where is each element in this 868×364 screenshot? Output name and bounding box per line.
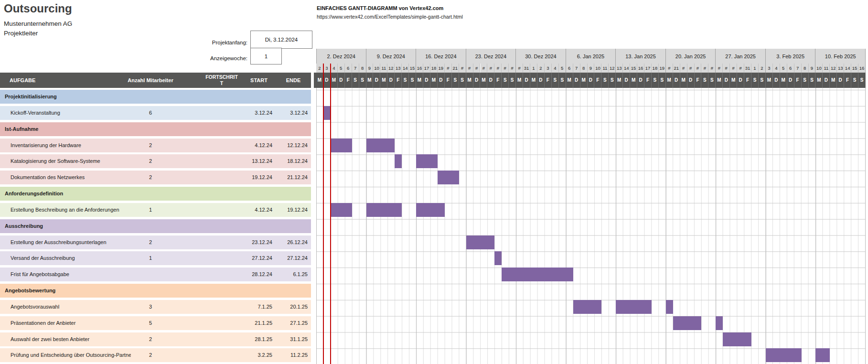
task-name-cell[interactable]: Versand der Ausschreibung	[11, 251, 131, 265]
gantt-bar[interactable]	[716, 316, 723, 330]
task-name-cell[interactable]: Dokumentation des Netzwerkes	[11, 171, 131, 184]
gantt-bar[interactable]	[666, 300, 673, 314]
task-name-cell[interactable]: Erstellung der Ausschreibungsunterlagen	[11, 236, 131, 249]
gantt-bar[interactable]	[416, 203, 445, 217]
start-date-cell[interactable]: 28.1.25	[239, 332, 272, 346]
task-row[interactable]: Kickoff-Veranstaltung63.12.243.12.24	[0, 106, 311, 120]
task-row[interactable]: Inventarisierung der Hardware24.12.2412.…	[0, 139, 311, 152]
end-date-cell[interactable]: 19.12.24	[275, 203, 308, 217]
group-row[interactable]: Anforderungsdefinition	[0, 187, 311, 201]
task-row[interactable]: Versand der Ausschreibung127.12.2427.12.…	[0, 251, 311, 265]
day-letter-cell: D	[823, 73, 830, 88]
workers-cell[interactable]: 6	[124, 106, 177, 120]
gantt-bar[interactable]	[502, 268, 573, 281]
workers-cell[interactable]: 2	[124, 348, 177, 362]
start-date-cell[interactable]: 4.12.24	[239, 203, 272, 217]
task-row[interactable]: Dokumentation des Netzwerkes219.12.2421.…	[0, 171, 311, 184]
gantt-bar[interactable]	[331, 139, 352, 152]
group-row[interactable]: Ist-Aufnahme	[0, 122, 311, 136]
task-row[interactable]: Prüfung und Entscheidung über Outsourcin…	[0, 348, 311, 362]
template-credit-url[interactable]: https://www.vertex42.com/ExcelTemplates/…	[317, 14, 463, 20]
end-date-cell[interactable]: 11.2.25	[275, 348, 308, 362]
start-date-cell[interactable]: 23.12.24	[239, 236, 272, 249]
group-name-cell[interactable]: Projektinitialisierung	[5, 90, 196, 104]
group-name-cell[interactable]: Ausschreibung	[5, 219, 196, 233]
start-date-cell[interactable]: 19.12.24	[239, 171, 272, 184]
task-name-cell[interactable]: Frist für Angebotsabgabe	[11, 268, 131, 281]
end-date-cell[interactable]: 18.12.24	[275, 154, 308, 168]
start-date-cell[interactable]: 21.1.25	[239, 316, 272, 330]
end-date-cell[interactable]: 20.1.25	[275, 300, 308, 314]
start-date-cell[interactable]: 28.12.24	[239, 268, 272, 281]
task-row[interactable]: Katalogisierung der Software-Systeme213.…	[0, 154, 311, 168]
task-row[interactable]: Präsentationen der Anbieter521.1.2527.1.…	[0, 316, 311, 330]
group-row[interactable]: Projektinitialisierung	[0, 90, 311, 104]
task-row[interactable]: Erstellung der Ausschreibungsunterlagen2…	[0, 236, 311, 249]
day-number-cell: 10	[594, 64, 601, 73]
workers-cell[interactable]: 3	[124, 300, 177, 314]
workers-cell[interactable]: 2	[124, 332, 177, 346]
day-number-cell: 17	[644, 64, 652, 73]
end-date-cell[interactable]: 6.1.25	[275, 268, 308, 281]
task-row[interactable]: Auswahl der zwei besten Anbieter228.1.25…	[0, 332, 311, 346]
gantt-bar[interactable]	[573, 300, 602, 314]
gantt-bar[interactable]	[331, 203, 352, 217]
end-date-cell[interactable]: 27.1.25	[275, 316, 308, 330]
gantt-bar[interactable]	[766, 348, 802, 362]
project-start-input[interactable]: Di, 3.12.2024	[250, 31, 312, 49]
task-name-cell[interactable]: Kickoff-Veranstaltung	[11, 106, 131, 120]
task-name-cell[interactable]: Katalogisierung der Software-Systeme	[11, 154, 131, 168]
end-date-cell[interactable]: 27.12.24	[275, 251, 308, 265]
gantt-bar[interactable]	[673, 316, 702, 330]
task-name-cell[interactable]: Erstellung Beschreibung an die Anforderu…	[11, 203, 131, 217]
gantt-bar[interactable]	[366, 203, 402, 217]
task-name-cell[interactable]: Angebotsvorauswahl	[11, 300, 131, 314]
workers-cell[interactable]: 2	[124, 139, 177, 152]
gantt-bar[interactable]	[723, 332, 751, 346]
workers-cell[interactable]: 5	[124, 316, 177, 330]
group-row[interactable]: Ausschreibung	[0, 219, 311, 233]
group-row[interactable]: Angebotsbewertung	[0, 284, 311, 298]
gantt-bar[interactable]	[438, 171, 459, 184]
day-number-cell: 19	[659, 64, 666, 73]
task-name-cell[interactable]: Präsentationen der Anbieter	[11, 316, 131, 330]
day-number-cell: 1	[751, 64, 759, 73]
task-row[interactable]: Angebotsvorauswahl37.1.2520.1.25	[0, 300, 311, 314]
start-date-cell[interactable]: 3.12.24	[239, 106, 272, 120]
workers-cell[interactable]: 2	[124, 171, 177, 184]
week-header-cell: 27. Jan 2025	[716, 49, 766, 64]
gantt-bar[interactable]	[323, 106, 331, 120]
gantt-bar[interactable]	[466, 236, 495, 249]
start-date-cell[interactable]: 27.12.24	[239, 251, 272, 265]
start-date-cell[interactable]: 4.12.24	[239, 139, 272, 152]
gantt-bar[interactable]	[616, 300, 652, 314]
end-date-cell[interactable]: 12.12.24	[275, 139, 308, 152]
gantt-bar[interactable]	[416, 154, 438, 168]
start-date-cell[interactable]: 3.2.25	[239, 348, 272, 362]
end-date-cell[interactable]: 3.12.24	[275, 106, 308, 120]
workers-cell[interactable]: 2	[124, 236, 177, 249]
workers-cell[interactable]: 1	[124, 203, 177, 217]
task-name-cell[interactable]: Inventarisierung der Hardware	[11, 139, 131, 152]
gantt-bar[interactable]	[395, 154, 402, 168]
end-date-cell[interactable]: 31.1.25	[275, 332, 308, 346]
start-date-cell[interactable]: 13.12.24	[239, 154, 272, 168]
gantt-bar[interactable]	[815, 348, 830, 362]
group-name-cell[interactable]: Anforderungsdefinition	[5, 187, 196, 201]
group-name-cell[interactable]: Angebotsbewertung	[5, 284, 196, 298]
start-date-cell[interactable]: 7.1.25	[239, 300, 272, 314]
workers-cell[interactable]	[124, 268, 177, 281]
workers-cell[interactable]: 1	[124, 251, 177, 265]
task-row[interactable]: Frist für Angebotsabgabe28.12.246.1.25	[0, 268, 311, 281]
gantt-bar[interactable]	[494, 251, 502, 265]
end-date-cell[interactable]: 21.12.24	[275, 171, 308, 184]
day-letter-cell: M	[666, 73, 673, 88]
task-row[interactable]: Erstellung Beschreibung an die Anforderu…	[0, 203, 311, 217]
task-name-cell[interactable]: Auswahl der zwei besten Anbieter	[11, 332, 131, 346]
group-name-cell[interactable]: Ist-Aufnahme	[5, 122, 196, 136]
display-week-input[interactable]: 1	[250, 48, 282, 64]
task-name-cell[interactable]: Prüfung und Entscheidung über Outsourcin…	[11, 348, 131, 362]
end-date-cell[interactable]: 26.12.24	[275, 236, 308, 249]
gantt-bar[interactable]	[366, 139, 395, 152]
workers-cell[interactable]: 2	[124, 154, 177, 168]
